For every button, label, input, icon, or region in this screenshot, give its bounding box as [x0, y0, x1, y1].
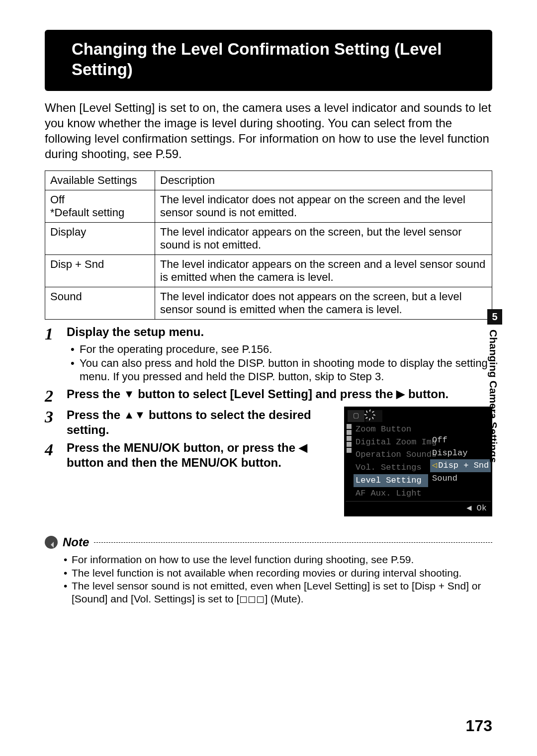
- step-number-icon: 3: [45, 408, 67, 437]
- note-icon: [45, 536, 58, 549]
- table-row: Off *Default setting The level indicator…: [45, 190, 492, 223]
- menu-list: Zoom Button Digital Zoom Img Operation S…: [353, 422, 429, 501]
- setting-desc: The level indicator does not appear on t…: [155, 190, 492, 223]
- table-row: Disp + Snd The level indicator appears o…: [45, 255, 492, 287]
- table-header-description: Description: [155, 171, 492, 190]
- setting-note: *Default setting: [50, 206, 124, 219]
- note-block: Note For information on how to use the l…: [45, 535, 492, 605]
- setting-desc: The level indicator does not appears on …: [155, 287, 492, 320]
- value-item: Sound: [430, 472, 491, 485]
- setting-desc: The level indicator appears on the scree…: [155, 255, 492, 287]
- step-bullet: For the operating procedure, see P.156.: [80, 342, 492, 356]
- right-arrow-icon: ▶: [396, 387, 405, 401]
- scroll-indicator-icon: [347, 436, 352, 441]
- step-number-icon: 4: [45, 440, 67, 470]
- chapter-label: Changing Camera Settings: [487, 325, 499, 463]
- down-arrow-icon: ▼: [124, 387, 135, 401]
- scroll-indicator-icon: [347, 448, 352, 453]
- menu-item: Operation Sounds: [354, 448, 428, 461]
- chapter-number: 5: [487, 309, 502, 325]
- settings-table: Available Settings Description Off *Defa…: [45, 170, 492, 320]
- step-title: Press the ▲▼ buttons to select the desir…: [67, 408, 333, 437]
- step-3: 3 Press the ▲▼ buttons to select the des…: [45, 408, 333, 437]
- menu-item: Digital Zoom Img: [354, 436, 428, 449]
- step-1: 1 Display the setup menu. For the operat…: [45, 325, 492, 384]
- up-arrow-icon: ▲: [124, 408, 135, 422]
- step-bullet: You can also press and hold the DISP. bu…: [80, 356, 492, 384]
- camera-menu-screenshot: ▢ ҉ Zoom Button Digital Zoom Img: [344, 407, 492, 517]
- step-4: 4 Press the MENU/OK button, or press the…: [45, 440, 333, 470]
- step-2: 2 Press the ▼ button to select [Level Se…: [45, 387, 492, 405]
- step-title: Press the MENU/OK button, or press the ◀…: [67, 440, 333, 470]
- scroll-indicator-icon: [347, 442, 352, 447]
- menu-item: AF Aux. Light: [354, 487, 428, 500]
- camera-tab-icon: ▢: [348, 410, 364, 422]
- value-item: Off: [430, 434, 491, 447]
- step-title: Display the setup menu.: [67, 325, 492, 339]
- table-row: Sound The level indicator does not appea…: [45, 287, 492, 320]
- section-title: Changing the Level Confirmation Setting …: [45, 30, 492, 91]
- left-arrow-icon: ◀: [299, 441, 307, 455]
- step-number-icon: 1: [45, 325, 67, 384]
- note-label: Note: [63, 535, 89, 549]
- value-item-selected: ◁Disp + Snd: [430, 459, 491, 472]
- scroll-indicator-icon: [347, 424, 352, 429]
- step-title: Press the ▼ button to select [Level Sett…: [67, 387, 492, 402]
- menu-item-selected: Level Setting: [354, 474, 428, 487]
- setting-name: Off: [50, 193, 65, 206]
- setting-name: Disp + Snd: [45, 255, 155, 287]
- note-divider: [94, 542, 492, 543]
- page-number: 173: [466, 717, 492, 735]
- table-row: Display The level indicator appears on t…: [45, 223, 492, 255]
- note-item: For information on how to use the level …: [72, 553, 492, 566]
- setting-desc: The level indicator appears on the scree…: [155, 223, 492, 255]
- step-number-icon: 2: [45, 387, 67, 405]
- value-list: Off Display ◁Disp + Snd Sound: [429, 422, 493, 501]
- setup-tab-icon: ҉: [365, 410, 382, 422]
- note-item: The level function is not available when…: [72, 567, 492, 580]
- menu-item: Vol. Settings: [354, 461, 428, 474]
- selection-cursor-icon: ◁: [432, 461, 438, 470]
- mute-icon: [239, 593, 265, 604]
- value-item: Display: [430, 447, 491, 460]
- intro-paragraph: When [Level Setting] is set to on, the c…: [45, 100, 492, 162]
- screen-footer: ◀ Ok: [346, 501, 491, 515]
- side-tab: 5 Changing Camera Settings: [487, 309, 502, 493]
- setting-name: Sound: [45, 287, 155, 320]
- table-header-settings: Available Settings: [45, 171, 155, 190]
- scroll-indicator-icon: [347, 430, 352, 435]
- setting-name: Display: [45, 223, 155, 255]
- note-item: The level sensor sound is not emitted, e…: [72, 580, 492, 606]
- down-arrow-icon: ▼: [135, 408, 146, 422]
- menu-item: Zoom Button: [354, 423, 428, 436]
